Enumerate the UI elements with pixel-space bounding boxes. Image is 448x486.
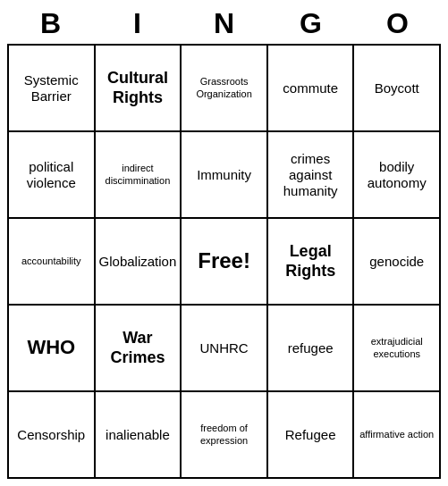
cell-text-8: crimes against humanity xyxy=(272,151,350,199)
letter-o: O xyxy=(359,7,437,40)
bingo-cell-18: refugee xyxy=(268,306,355,392)
bingo-cell-16: War Crimes xyxy=(96,306,182,392)
bingo-header: B I N G O xyxy=(7,7,441,40)
cell-text-11: Globalization xyxy=(99,254,177,270)
bingo-cell-0: Systemic Barrier xyxy=(9,46,96,132)
bingo-cell-1: Cultural Rights xyxy=(96,46,182,132)
cell-text-24: affirmative action xyxy=(359,429,434,440)
cell-text-19: extrajudicial executions xyxy=(358,336,435,359)
cell-text-2: Grassroots Organization xyxy=(185,76,263,99)
bingo-cell-2: Grassroots Organization xyxy=(182,46,268,132)
bingo-cell-6: indirect discimmination xyxy=(96,132,182,219)
cell-text-6: indirect discimmination xyxy=(99,163,177,186)
cell-text-16: War Crimes xyxy=(99,329,177,367)
cell-text-22: freedom of expression xyxy=(185,423,263,446)
bingo-cell-10: accountability xyxy=(9,219,96,306)
cell-text-1: Cultural Rights xyxy=(99,69,177,107)
cell-text-23: Refugee xyxy=(285,427,336,443)
bingo-cell-17: UNHRC xyxy=(182,306,268,392)
cell-text-21: inalienable xyxy=(106,427,170,443)
bingo-cell-20: Censorship xyxy=(9,392,96,479)
letter-b: B xyxy=(12,7,90,40)
cell-text-9: bodily autonomy xyxy=(358,159,435,191)
bingo-grid: Systemic BarrierCultural RightsGrassroot… xyxy=(7,44,441,479)
bingo-cell-14: genocide xyxy=(354,219,441,306)
bingo-cell-4: Boycott xyxy=(354,46,441,132)
bingo-cell-23: Refugee xyxy=(268,392,355,479)
letter-i: I xyxy=(98,7,177,40)
cell-text-17: UNHRC xyxy=(199,340,248,356)
cell-text-15: WHO xyxy=(27,336,75,359)
cell-text-4: Boycott xyxy=(375,80,419,96)
bingo-cell-11: Globalization xyxy=(96,219,182,306)
bingo-cell-19: extrajudicial executions xyxy=(354,306,441,392)
bingo-cell-9: bodily autonomy xyxy=(354,132,441,219)
cell-text-10: accountability xyxy=(21,256,81,267)
cell-text-20: Censorship xyxy=(17,427,85,443)
cell-text-0: Systemic Barrier xyxy=(13,72,90,105)
bingo-cell-22: freedom of expression xyxy=(182,392,268,479)
cell-text-5: political violence xyxy=(13,159,90,191)
cell-text-14: genocide xyxy=(369,254,424,270)
bingo-cell-15: WHO xyxy=(9,306,96,392)
letter-g: G xyxy=(272,7,351,40)
bingo-cell-8: crimes against humanity xyxy=(268,132,355,219)
cell-text-18: refugee xyxy=(288,340,334,356)
cell-text-13: Legal Rights xyxy=(272,242,350,281)
cell-text-3: commute xyxy=(283,80,338,96)
bingo-cell-21: inalienable xyxy=(96,392,182,479)
cell-text-12: Free! xyxy=(198,248,250,274)
bingo-cell-7: Immunity xyxy=(182,132,268,219)
cell-text-7: Immunity xyxy=(197,167,251,183)
bingo-cell-12: Free! xyxy=(182,219,268,306)
bingo-cell-13: Legal Rights xyxy=(268,219,355,306)
bingo-cell-5: political violence xyxy=(9,132,96,219)
bingo-cell-3: commute xyxy=(268,46,355,132)
bingo-cell-24: affirmative action xyxy=(354,392,441,479)
letter-n: N xyxy=(185,7,264,40)
